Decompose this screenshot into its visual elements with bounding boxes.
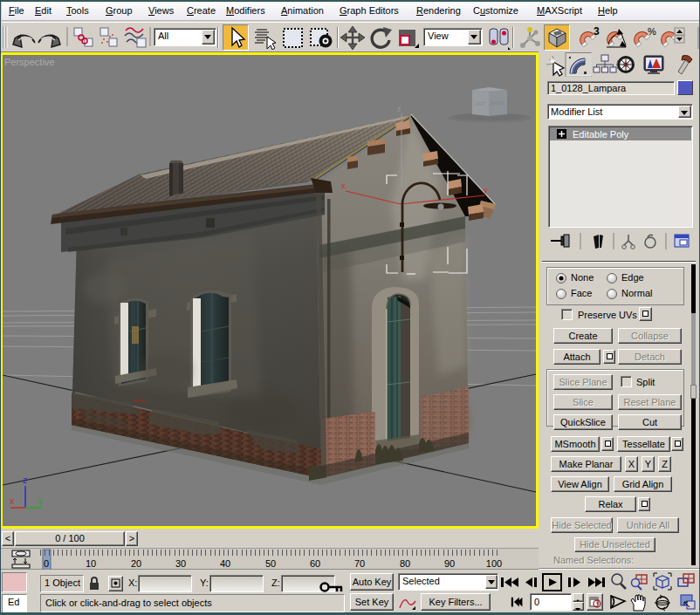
svg-text:x: x [341, 181, 346, 190]
svg-text:LEFT: LEFT [474, 101, 486, 106]
svg-text:20: 20 [131, 558, 141, 569]
svg-text:y: y [38, 496, 43, 506]
svg-text:80: 80 [400, 558, 410, 569]
svg-text:z: z [397, 105, 401, 113]
svg-text:70: 70 [354, 558, 365, 569]
svg-text:50: 50 [265, 558, 276, 569]
svg-text:30: 30 [175, 558, 186, 569]
svg-text:BACK: BACK [491, 100, 504, 106]
svg-text:0: 0 [44, 558, 49, 569]
svg-text:60: 60 [310, 558, 320, 569]
svg-text:90: 90 [444, 558, 455, 569]
svg-text:%: % [648, 26, 656, 37]
svg-text:10: 10 [86, 558, 96, 569]
svg-text:3: 3 [594, 25, 600, 38]
svg-text:x: x [10, 496, 14, 506]
svg-text:40: 40 [220, 558, 230, 569]
svg-text:z: z [23, 475, 27, 485]
svg-text:100: 100 [486, 558, 502, 569]
svg-text:y: y [484, 186, 488, 195]
